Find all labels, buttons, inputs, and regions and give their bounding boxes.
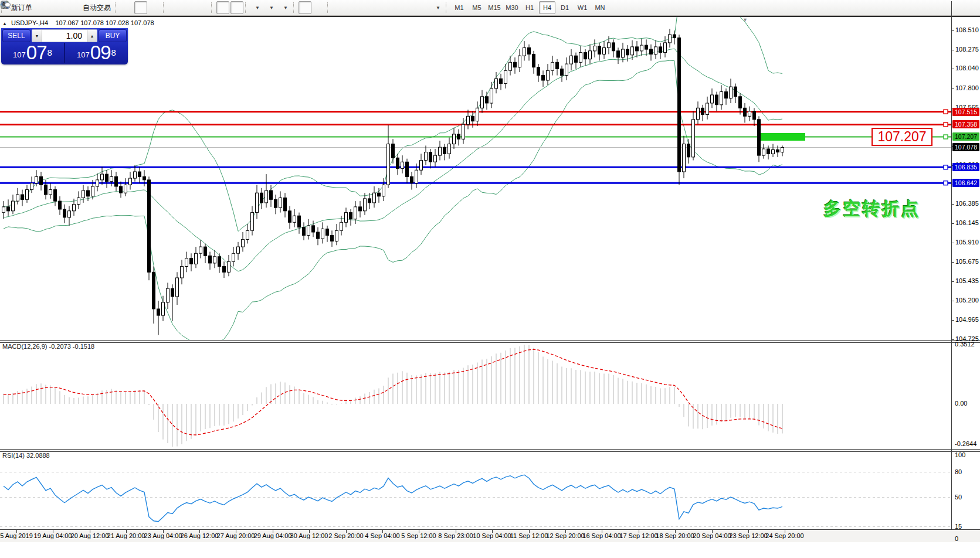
price-tick: 106.385 (955, 200, 979, 207)
date-tick-mark (16, 530, 17, 533)
date-tick-mark (565, 530, 566, 533)
price-tick-mark (951, 69, 954, 69)
date-tick-mark (639, 530, 639, 533)
date-label: 11 Sep 12:00 (510, 532, 548, 539)
date-label: 29 Aug 04:00 (254, 532, 292, 539)
macd-axis-label: 0.00 (955, 400, 967, 407)
date-label: 21 Aug 20:00 (107, 532, 145, 539)
date-tick-mark (675, 530, 676, 533)
macd-legend: MACD(12,26,9) -0.2073 -0.1518 (2, 343, 94, 350)
price-tick-mark (951, 320, 954, 321)
mt4-terminal: 新订单 自动交易 ▼ ▼ ▼ E F A T ▼ (0, 0, 980, 558)
date-label: 5 Aug 2019 (0, 532, 33, 539)
pane-separator[interactable] (0, 449, 980, 452)
price-axis-line (951, 1, 952, 529)
date-tick-mark (346, 530, 347, 533)
annotation-text[interactable]: 多空转折点 (823, 197, 920, 221)
price-tick: 107.800 (955, 84, 979, 91)
date-label: 24 Sep 20:00 (765, 532, 803, 539)
rsi-legend: RSI(14) 32.0888 (2, 452, 50, 459)
level-badge: 107.358 (952, 120, 979, 128)
date-label: 27 Aug 20:00 (217, 532, 255, 539)
date-label: 4 Sep 04:00 (365, 532, 399, 539)
pane-separator[interactable] (0, 340, 980, 343)
date-tick-mark (419, 530, 419, 533)
date-tick-mark (382, 530, 383, 533)
date-tick-mark (602, 530, 602, 533)
macd-axis-label: 0.3512 (955, 341, 975, 348)
date-tick-mark (529, 530, 530, 533)
date-tick-mark (199, 530, 200, 533)
date-tick-mark (126, 530, 127, 533)
price-tick-mark (951, 262, 954, 263)
price-tick-mark (951, 50, 954, 50)
price-tick: 105.200 (955, 297, 979, 304)
date-tick-mark (273, 530, 273, 533)
date-tick-mark (236, 530, 236, 533)
date-tick-mark (53, 530, 53, 533)
price-tick-mark (951, 281, 954, 282)
level-badge: 106.835 (952, 163, 979, 171)
chart-canvas[interactable] (0, 0, 980, 558)
price-callout-label[interactable]: 107.207 (872, 128, 932, 146)
date-label: 17 Sep 12:00 (619, 532, 657, 539)
rsi-axis-label: 80 (955, 468, 962, 475)
date-tick-mark (309, 530, 310, 533)
date-label: 26 Aug 12:00 (181, 532, 219, 539)
price-tick-mark (951, 89, 954, 89)
date-label: 18 Sep 20:00 (656, 532, 694, 539)
price-tick-mark (951, 223, 954, 224)
level-badge: 107.207 (952, 132, 979, 141)
date-tick-mark (492, 530, 493, 533)
date-label: 30 Aug 12:00 (290, 532, 328, 539)
date-tick-mark (785, 530, 785, 533)
rsi-axis-label: 100 (955, 451, 965, 458)
date-label: 2 Sep 20:00 (328, 532, 363, 539)
date-tick-mark (712, 530, 713, 533)
date-label: 12 Sep 20:00 (546, 532, 584, 539)
date-label: 16 Sep 04:00 (582, 532, 620, 539)
price-tick: 104.965 (955, 316, 979, 323)
price-tick: 105.675 (955, 258, 979, 265)
rsi-axis-label: 15 (955, 523, 962, 530)
rsi-axis-label: 50 (955, 494, 962, 501)
level-badge: 106.642 (952, 179, 979, 187)
date-tick-mark (456, 530, 456, 533)
price-tick: 105.435 (955, 277, 979, 284)
price-tick-mark (951, 30, 954, 31)
date-label: 19 Aug 04:00 (34, 532, 72, 539)
rsi-axis-label: 0 (955, 535, 958, 542)
price-tick-mark (951, 243, 954, 243)
date-label: 23 Sep 12:00 (729, 532, 767, 539)
price-tick: 106.145 (955, 219, 979, 226)
level-badge: 107.515 (952, 108, 979, 116)
chart-shift-marker[interactable]: ▼ (742, 17, 748, 23)
date-label: 23 Aug 04:00 (144, 532, 182, 539)
date-tick-mark (90, 530, 90, 533)
price-tick: 108.040 (955, 64, 979, 72)
price-tick: 108.275 (955, 46, 979, 53)
current-price-badge: 107.078 (952, 143, 979, 151)
price-tick-mark (951, 339, 954, 340)
date-label: 20 Sep 04:00 (693, 532, 731, 539)
date-strip: 5 Aug 201919 Aug 04:0020 Aug 12:0021 Aug… (0, 530, 980, 542)
date-label: 8 Sep 23:00 (438, 532, 473, 539)
macd-axis-label: -0.2644 (955, 440, 976, 447)
price-tick-mark (951, 301, 954, 301)
date-label: 5 Sep 12:00 (401, 532, 436, 539)
date-tick-mark (748, 530, 749, 533)
date-label: 10 Sep 04:00 (473, 532, 511, 539)
price-tick: 108.510 (955, 26, 979, 33)
price-tick: 105.910 (955, 239, 979, 246)
price-tick-mark (951, 204, 954, 205)
date-tick-mark (163, 530, 164, 533)
date-label: 20 Aug 12:00 (71, 532, 109, 539)
